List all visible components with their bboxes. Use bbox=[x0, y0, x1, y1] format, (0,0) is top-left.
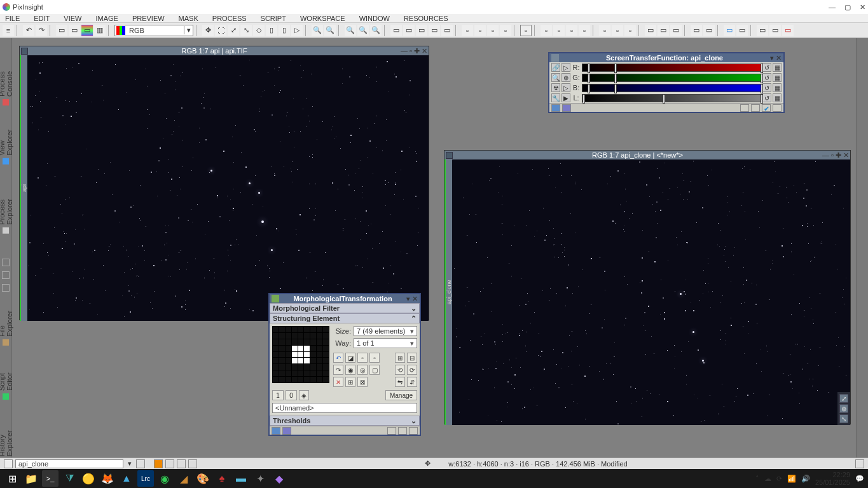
stf-dialog[interactable]: ScreenTransferFunction: api_clone ▾✕ 🔗▷R… bbox=[548, 52, 785, 113]
zoom-icon[interactable]: 🔍 bbox=[345, 25, 356, 36]
close-icon[interactable]: ✕ bbox=[412, 295, 418, 303]
undo-icon[interactable]: ↶ bbox=[333, 353, 343, 363]
morph-dialog[interactable]: MorphologicalTransformation ▾✕ Morpholog… bbox=[268, 293, 421, 436]
monitor-icon[interactable]: ▭ bbox=[724, 25, 735, 36]
action-icon[interactable]: ▫ bbox=[612, 25, 623, 36]
image-tab-label[interactable]: api bbox=[20, 55, 27, 321]
status-icon[interactable] bbox=[855, 459, 864, 468]
panel-icon[interactable]: ▭ bbox=[645, 25, 656, 36]
new-icon[interactable] bbox=[751, 104, 760, 112]
tool-icon[interactable]: ▯ bbox=[279, 25, 290, 36]
maximize-button[interactable]: ▢ bbox=[844, 3, 851, 11]
invert-icon[interactable]: ◪ bbox=[345, 353, 355, 363]
section-thresholds[interactable]: Thresholds⌄ bbox=[270, 416, 420, 426]
win-max-icon[interactable]: ✚ bbox=[836, 151, 841, 159]
action-icon[interactable]: ▫ bbox=[579, 25, 590, 36]
shade-icon[interactable]: ▾ bbox=[770, 54, 774, 62]
tool-icon[interactable]: ▭ bbox=[81, 25, 93, 36]
set-icon[interactable]: ▫ bbox=[357, 353, 368, 363]
window-icon[interactable]: ▭ bbox=[429, 25, 440, 36]
undo-icon[interactable]: ↶ bbox=[23, 25, 34, 36]
tool-icon[interactable]: ◇ bbox=[253, 25, 265, 36]
stf-reset-icon[interactable]: ↺ bbox=[762, 73, 771, 82]
menu-process[interactable]: PROCESS bbox=[212, 15, 247, 22]
tray-clock[interactable]: 22:2925/01/2025 bbox=[815, 471, 850, 486]
sidebar-icon[interactable] bbox=[2, 271, 10, 279]
track-icon[interactable] bbox=[740, 104, 749, 112]
explorer-icon[interactable]: 📁 bbox=[23, 470, 39, 487]
app-icon[interactable]: 🎨 bbox=[195, 470, 211, 487]
stf-reset-icon[interactable]: ↺ bbox=[762, 93, 771, 102]
reset-icon[interactable] bbox=[562, 104, 571, 112]
tool-icon[interactable]: ▭ bbox=[69, 25, 80, 36]
app-icon[interactable]: ▬ bbox=[233, 470, 249, 487]
tool-icon[interactable]: ⤢ bbox=[228, 25, 239, 36]
menu-view[interactable]: VIEW bbox=[64, 15, 81, 22]
section-struct-elem[interactable]: Structuring Element⌃ bbox=[270, 313, 420, 323]
menu-icon[interactable]: ≡ bbox=[3, 25, 14, 36]
start-icon[interactable]: ⊞ bbox=[4, 470, 20, 487]
action-icon[interactable]: ▫ bbox=[553, 25, 565, 36]
action-icon[interactable]: ▫ bbox=[599, 25, 610, 36]
action-icon[interactable]: ▫ bbox=[474, 25, 486, 36]
action-icon[interactable]: ▫ bbox=[624, 25, 636, 36]
zoom-icon[interactable]: 🔍 bbox=[370, 25, 382, 36]
action-icon[interactable]: ▫ bbox=[520, 25, 532, 36]
count1[interactable]: 1 bbox=[272, 390, 284, 400]
stf-reset-icon[interactable]: ↺ bbox=[762, 63, 771, 72]
apply-global-icon[interactable] bbox=[282, 427, 291, 435]
track-icon[interactable] bbox=[387, 427, 396, 435]
monitor-icon[interactable]: ▭ bbox=[757, 25, 768, 36]
menu-file[interactable]: FILE bbox=[5, 15, 20, 22]
zoom-out-icon[interactable]: 🔍 bbox=[324, 25, 336, 36]
stf-tool-icon[interactable]: 🔍 bbox=[551, 73, 560, 82]
new-icon[interactable] bbox=[398, 427, 407, 435]
scroll-tool-icon[interactable]: ⊕ bbox=[839, 404, 848, 413]
stf-tool-icon[interactable]: ☢ bbox=[551, 83, 560, 92]
rot-icon[interactable]: ⟲ bbox=[395, 365, 405, 375]
tab-view-explorer[interactable]: View Explorer bbox=[0, 109, 15, 168]
monitor-icon[interactable]: ▭ bbox=[769, 25, 781, 36]
circle-icon[interactable]: ◉ bbox=[345, 365, 355, 375]
menu-script[interactable]: SCRIPT bbox=[261, 15, 286, 22]
view-selector[interactable]: api_clone bbox=[15, 459, 123, 468]
reset-icon[interactable] bbox=[409, 427, 418, 435]
way-combo[interactable]: 1 of 1▾ bbox=[354, 338, 417, 348]
scroll-tool-icon[interactable]: ⤡ bbox=[839, 414, 848, 423]
window-icon[interactable]: ▭ bbox=[403, 25, 415, 36]
window-icon[interactable]: ▭ bbox=[441, 25, 453, 36]
del-icon[interactable]: ⊟ bbox=[407, 353, 417, 363]
zoom-in-icon[interactable]: 🔍 bbox=[312, 25, 323, 36]
tray-volume-icon[interactable]: 🔊 bbox=[801, 475, 810, 483]
toggle-icon[interactable]: ◈ bbox=[299, 390, 309, 400]
structuring-grid[interactable] bbox=[272, 326, 329, 383]
menu-edit[interactable]: EDIT bbox=[34, 15, 50, 22]
tool-icon[interactable]: ⤡ bbox=[240, 25, 252, 36]
win-rest-icon[interactable]: ▫ bbox=[410, 47, 412, 55]
set-icon[interactable]: ▫ bbox=[369, 353, 380, 363]
stf-tool-icon[interactable]: ▷ bbox=[561, 63, 570, 72]
zoom-icon[interactable]: 🔍 bbox=[357, 25, 369, 36]
firefox-icon[interactable]: 🦊 bbox=[99, 470, 116, 487]
x-icon[interactable]: ⊠ bbox=[357, 377, 368, 387]
sidebar-icon[interactable] bbox=[2, 259, 10, 266]
scroll-tool-icon[interactable]: ⤢ bbox=[839, 394, 848, 403]
stf-opt-icon[interactable]: ▦ bbox=[773, 83, 782, 92]
window-icon[interactable]: ▭ bbox=[416, 25, 427, 36]
status-swatch[interactable] bbox=[165, 459, 174, 468]
app-icon[interactable]: ♠ bbox=[214, 470, 230, 487]
rot-icon[interactable]: ⟳ bbox=[407, 365, 417, 375]
stf-slider[interactable] bbox=[582, 74, 761, 82]
terminal-icon[interactable]: >_ bbox=[42, 470, 59, 487]
win-close-icon[interactable]: ✕ bbox=[422, 47, 427, 55]
circle-icon[interactable]: ◎ bbox=[357, 365, 368, 375]
win-max-icon[interactable]: ✚ bbox=[414, 47, 420, 55]
section-morph-filter[interactable]: Morphological Filter⌄ bbox=[270, 303, 420, 313]
app-icon[interactable]: ◉ bbox=[156, 470, 173, 487]
shade-icon[interactable]: ▾ bbox=[406, 295, 410, 303]
action-icon[interactable]: ▫ bbox=[462, 25, 473, 36]
panel-icon[interactable]: ▭ bbox=[691, 25, 702, 36]
pixinsight-icon[interactable]: ◆ bbox=[271, 470, 287, 487]
image-canvas[interactable]: api bbox=[20, 55, 429, 321]
check-icon[interactable]: ✔ bbox=[762, 104, 771, 112]
